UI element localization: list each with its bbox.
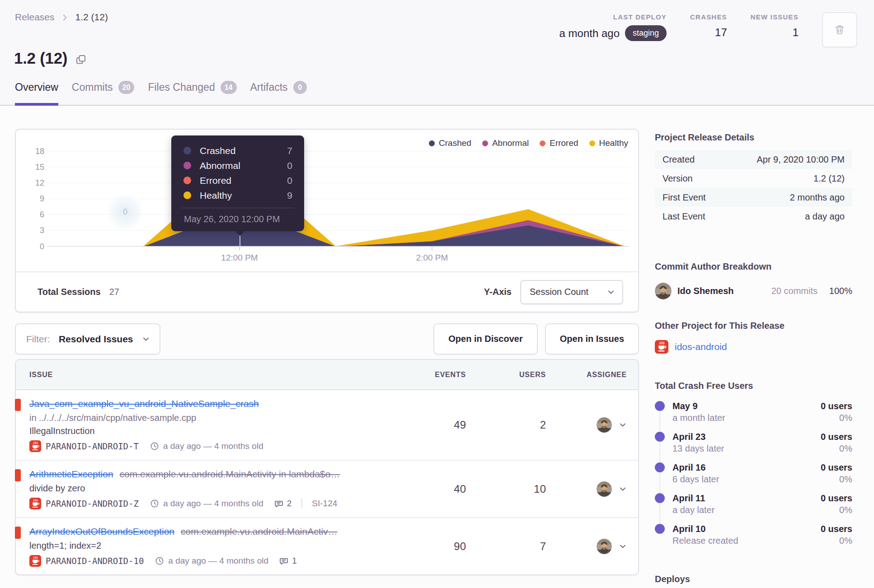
clock-icon [150, 442, 159, 451]
x-axis-tick-label: 12:00 PM [221, 253, 258, 262]
issue-events-count: 90 [416, 540, 466, 553]
unhandled-indicator [15, 399, 21, 411]
detail-row: Last Event a day ago [655, 207, 852, 226]
author-percent: 100% [818, 286, 852, 296]
assignee-chevron-icon[interactable] [619, 485, 627, 493]
commit-author-row: Ido Shemesh 20 commits 100% [655, 283, 852, 299]
assignee-avatar[interactable] [597, 481, 612, 497]
column-header-assignee: ASSIGNEE [546, 371, 627, 379]
issue-message: IllegalInstruction [29, 425, 398, 436]
tab-count-badge: 20 [118, 81, 135, 94]
legend-item[interactable]: Errored [540, 138, 578, 148]
tooltip-series-dot [183, 147, 191, 154]
crashes-value: 17 [715, 25, 727, 39]
timeline-dot [655, 524, 665, 534]
column-header-users: USERS [466, 371, 546, 379]
author-commit-count: 20 commits [771, 286, 818, 296]
breadcrumb-current: 1.2 (12) [75, 12, 108, 23]
legend-item[interactable]: Healthy [589, 138, 628, 148]
issue-users-count: 10 [466, 483, 546, 495]
crash-free-timeline-item: April 23 0 users 13 days later 0% [655, 431, 852, 454]
stat-crashes: CRASHES 17 [690, 12, 727, 39]
issue-row: ArithmeticExceptioncom.example.vu.androi… [16, 461, 638, 518]
legend-dot [482, 140, 488, 146]
resolved-issues-table: ISSUEEVENTSUSERSASSIGNEE Java_com_exampl… [15, 359, 639, 575]
issue-title-link[interactable]: Java_com_example_vu_android_NativeSample… [29, 398, 259, 409]
clock-icon [155, 556, 164, 565]
tab-commits[interactable]: Commits 20 [72, 81, 135, 106]
copy-version-icon[interactable] [75, 54, 87, 65]
other-project-link[interactable]: idos-android [675, 341, 727, 352]
unhandled-indicator [15, 469, 21, 481]
java-platform-icon [655, 340, 668, 354]
release-header: Releases 1.2 (12) LAST DEPLOY a month ag… [0, 0, 874, 106]
y-axis-tick-label: 9 [40, 194, 44, 203]
issue-events-count: 40 [416, 483, 466, 495]
issue-events-count: 49 [416, 419, 466, 431]
unhandled-indicator [15, 527, 21, 539]
open-in-issues-button[interactable]: Open in Issues [545, 323, 639, 355]
issue-short-id: PARANOID-ANDROID-Z [46, 499, 139, 509]
total-sessions-label: Total Sessions [38, 287, 101, 297]
java-platform-icon [29, 498, 41, 509]
crash-free-timeline-item: April 16 0 users 6 days later 0% [655, 462, 852, 485]
crash-free-timeline-item: April 10 0 users Release created 0% [655, 523, 852, 546]
assignee-chevron-icon[interactable] [619, 542, 627, 551]
chart-legend: Crashed Abnormal Errored Healthy [429, 138, 628, 148]
breadcrumb: Releases 1.2 (12) [15, 12, 108, 23]
chart-tooltip: Crashed 7 Abnormal 0 Errored 0 Healthy 9… [171, 135, 304, 231]
tab-count-badge: 0 [293, 81, 307, 94]
last-deploy-label: LAST DEPLOY [613, 13, 667, 21]
crash-free-timeline: May 9 0 users a month later 0% April 23 … [655, 401, 852, 546]
crash-free-timeline-item: May 9 0 users a month later 0% [655, 401, 852, 423]
tab-overview[interactable]: Overview [15, 81, 58, 106]
delete-release-button[interactable] [822, 12, 857, 47]
issue-title-link[interactable]: ArithmeticException [29, 469, 113, 479]
release-health-chart-panel: 036912151812:00 PM2:00 PM 0 Crashed Abno… [15, 129, 639, 313]
issue-short-id: PARANOID-ANDROID-10 [46, 556, 144, 566]
issue-comments[interactable]: 1 [279, 556, 297, 566]
issue-assignee [546, 539, 627, 554]
release-sidebar: Project Release Details Created Apr 9, 2… [655, 129, 852, 584]
clock-icon [150, 499, 159, 508]
timeline-dot [655, 493, 665, 503]
y-axis-select[interactable]: Session Count [520, 280, 623, 304]
tab-artifacts[interactable]: Artifacts 0 [250, 81, 307, 106]
assignee-avatar[interactable] [597, 539, 612, 554]
total-crash-free-users-heading: Total Crash Free Users [655, 381, 852, 391]
issue-comments[interactable]: 2 [274, 499, 292, 509]
legend-item[interactable]: Crashed [429, 138, 471, 148]
header-stats: LAST DEPLOY a month ago staging CRASHES … [559, 12, 857, 47]
legend-item[interactable]: Abnormal [482, 138, 529, 148]
chart-footer: Total Sessions 27 Y-Axis Session Count [16, 271, 638, 312]
issue-users-count: 2 [466, 419, 546, 431]
author-avatar [655, 283, 672, 299]
issue-age: a day ago — 4 months old [150, 499, 263, 509]
author-name: Ido Shemesh [677, 286, 771, 296]
chevron-down-icon [142, 335, 150, 343]
total-sessions-value: 27 [109, 287, 119, 297]
y-axis-tick-label: 15 [35, 163, 44, 172]
issue-age: a day ago — 4 months old [155, 556, 268, 566]
assignee-avatar[interactable] [597, 417, 612, 433]
deploy-environment-badge: staging [625, 25, 667, 41]
open-in-discover-button[interactable]: Open in Discover [433, 323, 538, 355]
timeline-dot [655, 462, 665, 472]
detail-row: Created Apr 9, 2020 10:00 PM [655, 150, 852, 169]
java-platform-icon [29, 555, 41, 567]
issue-short-id: PARANOID-ANDROID-T [46, 441, 139, 451]
project-release-details-heading: Project Release Details [655, 129, 852, 143]
issue-title-link[interactable]: ArrayIndexOutOfBoundsException [29, 526, 174, 537]
trash-icon [834, 24, 846, 36]
assignee-chevron-icon[interactable] [619, 421, 627, 429]
issue-assignee [546, 417, 627, 433]
breadcrumb-releases-link[interactable]: Releases [15, 12, 55, 23]
chevron-down-icon [607, 288, 615, 296]
tab-bar: Overview Commits 20 Files Changed 14 Art… [15, 81, 307, 106]
java-platform-icon [29, 440, 41, 452]
issues-filter-dropdown[interactable]: Filter: Resolved Issues [15, 323, 160, 355]
tooltip-series-dot [183, 177, 191, 184]
new-issues-label: NEW ISSUES [751, 13, 799, 21]
tab-files-changed[interactable]: Files Changed 14 [148, 81, 236, 106]
deploys-heading: Deploys [655, 574, 852, 584]
